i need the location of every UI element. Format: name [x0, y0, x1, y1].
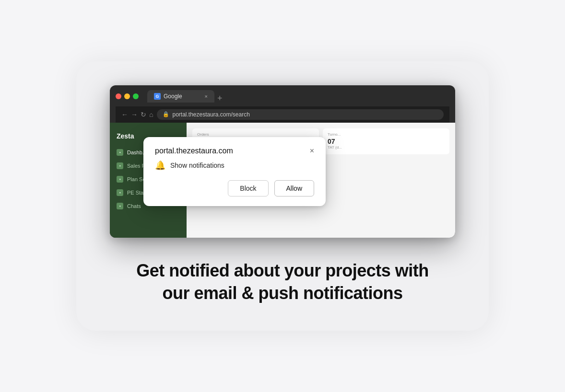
popup-header: portal.thezestaura.com × — [155, 147, 314, 155]
traffic-light-red[interactable] — [116, 93, 121, 99]
browser-content: Zesta ▪ Dashb... ▪ Sales R... ▪ Plan Se.… — [110, 123, 455, 238]
dashboard-icon: ▪ — [117, 149, 123, 156]
browser-top-bar: G Google × + — [116, 90, 449, 103]
tab-favicon: G — [154, 93, 161, 100]
new-tab-button[interactable]: + — [217, 94, 223, 103]
chats-icon: ▪ — [117, 203, 123, 209]
turnaround-stat-card: Turno... 07 TAT (d... — [323, 128, 449, 154]
address-field[interactable]: 🔒 portal.thezestaura.com/search — [157, 109, 444, 120]
back-button[interactable]: ← — [121, 111, 128, 118]
address-text: portal.thezestaura.com/search — [172, 111, 249, 118]
tab-close-button[interactable]: × — [205, 93, 208, 99]
lock-icon: 🔒 — [163, 111, 169, 117]
popup-message: 🔔 Show notifications — [155, 160, 314, 171]
popup-message-text: Show notifications — [170, 161, 224, 169]
turnaround-label: Turno... — [328, 132, 445, 137]
browser-mockup: G Google × + ← → ↻ ⌂ — [110, 85, 455, 238]
browser-address-bar: ← → ↻ ⌂ 🔒 portal.thezestaura.com/search — [116, 106, 449, 123]
home-button[interactable]: ⌂ — [149, 111, 153, 118]
tat-label: TAT (d... — [328, 145, 445, 150]
traffic-lights — [116, 93, 139, 99]
pestamp-icon: ▪ — [117, 189, 123, 196]
tab-bar: G Google × + — [147, 90, 449, 103]
popup-domain: portal.thezestaura.com — [155, 147, 233, 155]
nav-buttons: ← → ↻ ⌂ — [121, 111, 153, 118]
popup-buttons: Block Allow — [155, 180, 314, 196]
bottom-text: Get notified about your projects with ou… — [136, 260, 429, 305]
notification-popup: portal.thezestaura.com × 🔔 Show notifica… — [143, 137, 326, 206]
tab-title: Google — [164, 93, 182, 100]
turnaround-value: 07 — [328, 138, 445, 145]
plan-icon: ▪ — [117, 176, 123, 183]
popup-close-button[interactable]: × — [310, 147, 314, 155]
sales-icon: ▪ — [117, 162, 123, 169]
bottom-heading-line2: our email & push notifications — [136, 282, 429, 305]
traffic-light-green[interactable] — [133, 93, 139, 99]
allow-button[interactable]: Allow — [274, 180, 314, 196]
card-wrapper: G Google × + ← → ↻ ⌂ — [76, 61, 489, 331]
forward-button[interactable]: → — [131, 111, 138, 118]
bottom-heading-line1: Get notified about your projects with — [136, 260, 429, 282]
browser-chrome: G Google × + ← → ↻ ⌂ — [110, 85, 455, 123]
page-container: G Google × + ← → ↻ ⌂ — [0, 0, 565, 392]
refresh-button[interactable]: ↻ — [141, 111, 146, 118]
traffic-light-yellow[interactable] — [124, 93, 130, 99]
block-button[interactable]: Block — [228, 180, 268, 196]
orders-label: Orders — [197, 132, 314, 137]
browser-tab-google[interactable]: G Google × — [147, 90, 214, 103]
sidebar-label-chats: Chats — [127, 203, 141, 209]
bell-icon: 🔔 — [155, 160, 165, 171]
